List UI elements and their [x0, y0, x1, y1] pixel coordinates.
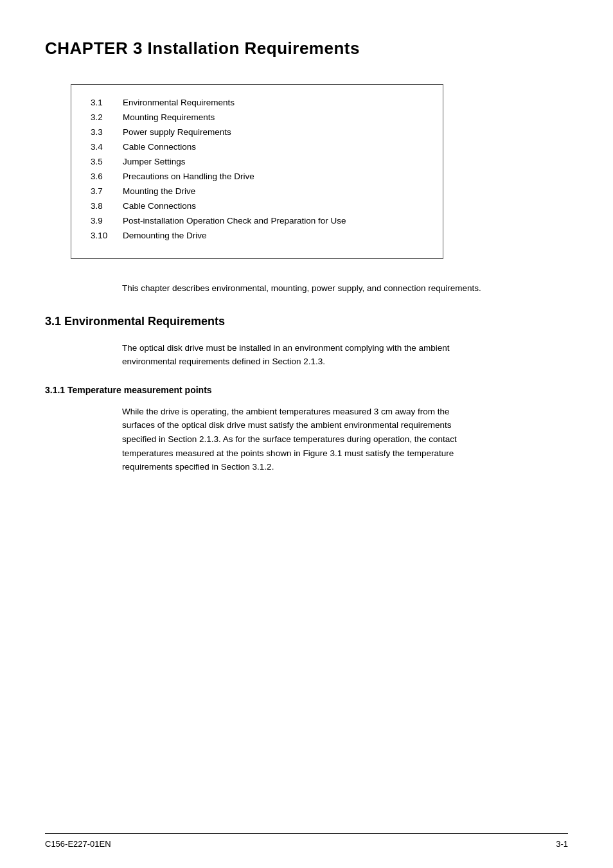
toc-label: Cable Connections [123, 142, 196, 152]
toc-label: Environmental Requirements [123, 98, 235, 107]
toc-label: Cable Connections [123, 201, 196, 211]
toc-label: Jumper Settings [123, 157, 186, 166]
toc-item: 3.10Demounting the Drive [91, 231, 423, 240]
section-31-body: The optical disk drive must be installed… [122, 341, 482, 369]
toc-num: 3.1 [91, 98, 123, 107]
toc-num: 3.9 [91, 216, 123, 226]
toc-num: 3.10 [91, 231, 123, 240]
toc-label: Post-installation Operation Check and Pr… [123, 216, 346, 226]
toc-item: 3.8Cable Connections [91, 201, 423, 211]
toc-item: 3.6Precautions on Handling the Drive [91, 172, 423, 181]
section-311-title: 3.1.1 Temperature measurement points [45, 385, 568, 395]
section-311-body: While the drive is operating, the ambien… [122, 405, 482, 474]
toc-label: Precautions on Handling the Drive [123, 172, 254, 181]
toc-num: 3.3 [91, 127, 123, 137]
toc-item: 3.3Power supply Requirements [91, 127, 423, 137]
footer-right: 3-1 [556, 839, 568, 849]
toc-item: 3.7Mounting the Drive [91, 186, 423, 196]
toc-num: 3.8 [91, 201, 123, 211]
toc-item: 3.1Environmental Requirements [91, 98, 423, 107]
toc-num: 3.7 [91, 186, 123, 196]
toc-label: Mounting the Drive [123, 186, 195, 196]
toc-item: 3.4Cable Connections [91, 142, 423, 152]
toc-num: 3.4 [91, 142, 123, 152]
toc-num: 3.2 [91, 112, 123, 122]
toc-label: Power supply Requirements [123, 127, 231, 137]
toc-box: 3.1Environmental Requirements3.2Mounting… [71, 84, 443, 259]
toc-item: 3.2Mounting Requirements [91, 112, 423, 122]
chapter-title: CHAPTER 3 Installation Requirements [45, 39, 568, 58]
chapter-intro: This chapter describes environmental, mo… [122, 281, 482, 296]
toc-num: 3.5 [91, 157, 123, 166]
footer-left: C156-E227-01EN [45, 839, 111, 849]
toc-label: Demounting the Drive [123, 231, 207, 240]
toc-num: 3.6 [91, 172, 123, 181]
section-31-title: 3.1 Environmental Requirements [45, 315, 568, 328]
toc-item: 3.9Post-installation Operation Check and… [91, 216, 423, 226]
toc-label: Mounting Requirements [123, 112, 215, 122]
toc-item: 3.5Jumper Settings [91, 157, 423, 166]
page-container: CHAPTER 3 Installation Requirements 3.1E… [0, 0, 613, 868]
page-footer: C156-E227-01EN 3-1 [45, 833, 568, 849]
